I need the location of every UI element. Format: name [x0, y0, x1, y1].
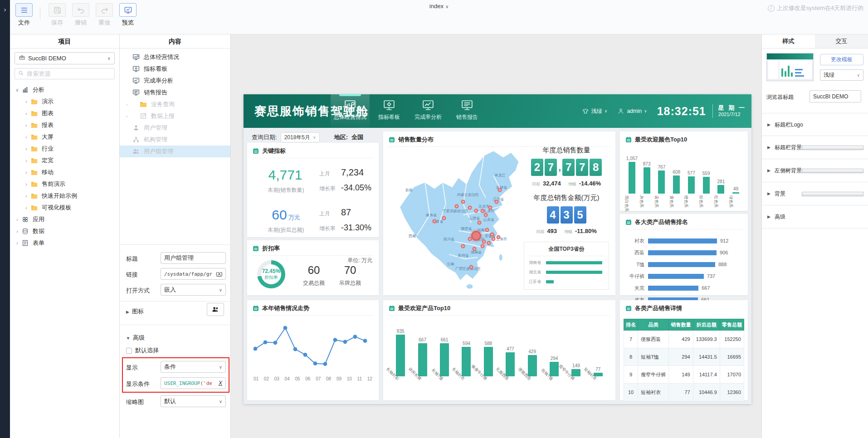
color-swatch[interactable] [802, 146, 863, 150]
tree-item-分析[interactable]: ∨分析 [10, 84, 119, 96]
chevron-right-icon[interactable]: › [24, 182, 29, 187]
dashboard-tab-完成率分析[interactable]: 完成率分析 [409, 94, 448, 128]
chevron-right-icon[interactable]: › [15, 229, 20, 234]
display-condition-field[interactable]: USER_INGROUP('de X [161, 377, 226, 389]
content-item-完成率分析[interactable]: 完成率分析 [120, 75, 230, 87]
chevron-right-icon[interactable]: › [24, 194, 29, 199]
tree-item-数据[interactable]: ›数据 [10, 225, 119, 237]
org-icon [132, 136, 141, 143]
chevron-right-icon[interactable]: › [24, 135, 29, 140]
tool-preview-box[interactable] [119, 3, 137, 17]
map-pin [480, 244, 484, 248]
screen-line-icon [422, 104, 434, 112]
theme-template-select[interactable]: 浅绿 ∨ [820, 69, 863, 81]
style-section-左侧树背景[interactable]: ▶左侧树背景 [762, 159, 868, 182]
tool-undo-box[interactable] [72, 3, 89, 17]
tool-redo[interactable]: 重做 [94, 3, 115, 27]
tree-item-定宽[interactable]: ›定宽 [10, 155, 119, 166]
color-swatch[interactable] [802, 192, 863, 196]
chevron-right-icon[interactable]: › [126, 114, 127, 119]
chevron-down-icon: ∨ [857, 73, 860, 78]
tool-redo-box[interactable] [96, 3, 113, 17]
title-field[interactable] [161, 252, 226, 264]
color-swatch[interactable] [802, 169, 863, 173]
chevron-down-icon[interactable]: ∨ [15, 88, 20, 92]
project-select[interactable]: SuccBI DEMO ∨ [15, 52, 115, 64]
page-switcher[interactable]: index∨ [429, 3, 449, 10]
change-template-button[interactable]: 更改模板 [820, 54, 863, 65]
search-input[interactable] [27, 70, 111, 77]
dashboard-tab-总体经营情况[interactable]: 总体经营情况 [331, 94, 370, 128]
style-section-标题栏Logo[interactable]: ▶标题栏Logo [762, 113, 868, 136]
collapse-rail[interactable]: › [0, 0, 10, 438]
open-mode-select[interactable]: 嵌入 ∨ [161, 284, 226, 296]
design-canvas[interactable]: 赛思服饰销售驾驶舱 总体经营情况指标看板完成率分析销售报告 浅绿∨ admin∨… [231, 34, 761, 438]
tree-item-应用[interactable]: ›应用 [10, 214, 119, 225]
content-item-指标看板[interactable]: 指标看板 [120, 63, 230, 75]
chevron-right-icon[interactable]: › [24, 146, 29, 151]
tree-item-表单[interactable]: ›表单 [10, 237, 119, 249]
expand-panel-icon[interactable]: › [0, 5, 10, 13]
style-section-高级[interactable]: ▶高级 [762, 205, 868, 229]
tree-item-报表[interactable]: ›报表 [10, 119, 119, 131]
icon-picker-button[interactable] [207, 303, 224, 316]
chevron-right-icon[interactable]: › [24, 111, 29, 116]
style-tab-交互[interactable]: 交互 [815, 34, 868, 48]
tool-file-box[interactable] [15, 3, 33, 17]
tree-item-售前演示[interactable]: ›售前演示 [10, 178, 119, 190]
chevron-right-icon[interactable]: › [126, 102, 127, 107]
tool-undo[interactable]: 撤销 [70, 3, 91, 27]
tree-item-大屏[interactable]: ›大屏 [10, 131, 119, 143]
formula-icon[interactable]: {X} [216, 271, 223, 277]
chevron-right-icon[interactable]: › [15, 241, 20, 246]
tree-item-演示[interactable]: ›演示 [10, 96, 119, 107]
style-section-背景[interactable]: ▶背景 [762, 182, 868, 205]
thumbnail-select[interactable]: 默认 ∨ [161, 395, 226, 407]
chevron-right-icon[interactable]: › [24, 123, 29, 128]
content-item-用户管理[interactable]: 用户管理 [120, 122, 230, 134]
default-select-option[interactable]: 默认选择 [126, 346, 159, 355]
tree-item-移动[interactable]: ›移动 [10, 166, 119, 178]
dashboard-preview[interactable]: 赛思服饰销售驾驶舱 总体经营情况指标看板完成率分析销售报告 浅绿∨ admin∨… [244, 94, 751, 404]
content-item-数据上报[interactable]: ›数据上报 [120, 110, 230, 122]
chevron-right-icon[interactable]: › [24, 158, 29, 163]
chevron-right-icon[interactable]: › [24, 99, 29, 104]
tree-item-快速开始示例[interactable]: ›快速开始示例 [10, 190, 119, 202]
template-thumbnail[interactable] [766, 53, 814, 81]
tool-save[interactable]: 保存 [47, 3, 68, 27]
checkbox-icon[interactable] [126, 348, 132, 354]
content-item-用户组管理[interactable]: 用户组管理 [120, 146, 230, 157]
content-item-销售报告[interactable]: 销售报告 [120, 87, 230, 98]
tool-preview[interactable]: 预览 [117, 3, 138, 27]
tree-item-图表[interactable]: ›图表 [10, 107, 119, 119]
chevron-right-icon[interactable]: › [15, 217, 20, 222]
dashboard-tab-指标看板[interactable]: 指标看板 [370, 94, 409, 128]
content-item-机构管理[interactable]: 机构管理 [120, 134, 230, 146]
title-input[interactable] [164, 255, 222, 262]
style-section-标题栏背景[interactable]: ▶标题栏背景 [762, 136, 868, 159]
browser-title-input[interactable] [809, 90, 861, 102]
style-tab-样式[interactable]: 样式 [762, 34, 815, 48]
icon-section-header[interactable]: ▶图标 [126, 307, 144, 316]
content-item-业务查询[interactable]: ›业务查询 [120, 98, 230, 110]
chevron-right-icon[interactable]: › [24, 205, 29, 210]
province-label-宁夏回族自治区: 宁夏回族自治区 [443, 208, 468, 213]
tree-item-行业[interactable]: ›行业 [10, 143, 119, 155]
link-field[interactable]: {X} [161, 268, 226, 280]
display-select[interactable]: 条件 ∨ [161, 361, 226, 373]
resource-search[interactable] [15, 68, 115, 79]
advanced-section-header[interactable]: ▼高级 [126, 334, 145, 342]
date-filter-select[interactable]: 2018年5月 ∨ [281, 132, 320, 142]
theme-select[interactable]: 浅绿∨ [582, 107, 608, 115]
formula-edit-icon[interactable]: X [219, 380, 222, 386]
user-menu[interactable]: admin∨ [617, 108, 647, 114]
dashboard-tab-销售报告[interactable]: 销售报告 [448, 94, 487, 128]
content-item-总体经营情况[interactable]: 总体经营情况 [120, 51, 230, 63]
tool-file[interactable]: 文件 [14, 3, 34, 27]
chevron-right-icon[interactable]: › [24, 170, 29, 175]
screen-report-icon [461, 104, 473, 112]
notebook-icon [389, 305, 395, 311]
tree-item-可视化模板[interactable]: ›可视化模板 [10, 202, 119, 214]
tool-save-box[interactable] [49, 3, 66, 17]
link-input[interactable] [164, 271, 215, 277]
